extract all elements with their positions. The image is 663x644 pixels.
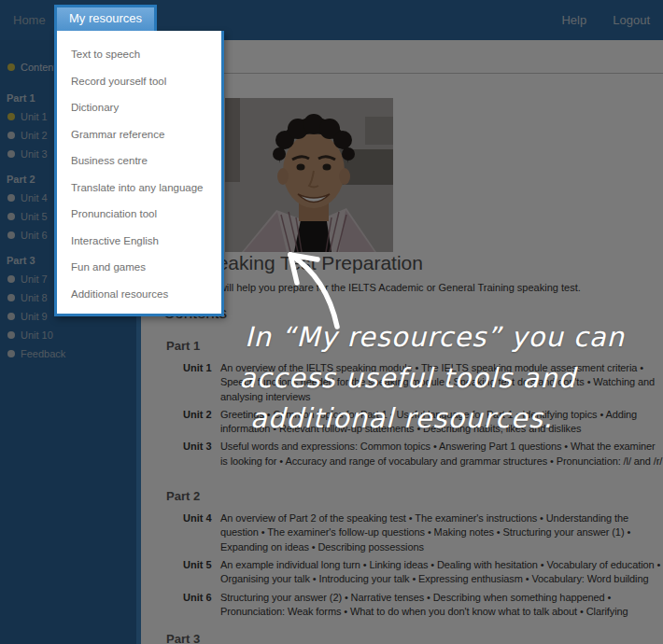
menu-item-text-to-speech[interactable]: Text to speech [57, 41, 221, 68]
tutorial-text-line-3: additional resources. [250, 402, 553, 434]
menu-item-additional-resources[interactable]: Additional resources [57, 281, 221, 308]
my-resources-menu: Text to speech Record yourself tool Dict… [54, 31, 224, 316]
app-root: Home Help Logout Contents Part 1 Unit 1 … [0, 0, 663, 644]
tutorial-text-line-2: access useful tools and [239, 362, 576, 394]
menu-item-translate-into-any-language[interactable]: Translate into any language [57, 175, 221, 202]
menu-item-grammar-reference[interactable]: Grammar reference [57, 121, 221, 148]
menu-item-business-centre[interactable]: Business centre [57, 147, 221, 175]
menu-item-record-yourself-tool[interactable]: Record yourself tool [57, 68, 221, 95]
menu-item-interactive-english[interactable]: Interactive English [57, 228, 221, 255]
menu-item-fun-and-games[interactable]: Fun and games [57, 254, 221, 281]
tutorial-arrow-icon [275, 241, 355, 334]
tab-my-resources[interactable]: My resources [54, 5, 157, 31]
menu-item-pronunciation-tool[interactable]: Pronunciation tool [57, 201, 221, 228]
menu-item-dictionary[interactable]: Dictionary [57, 94, 221, 121]
